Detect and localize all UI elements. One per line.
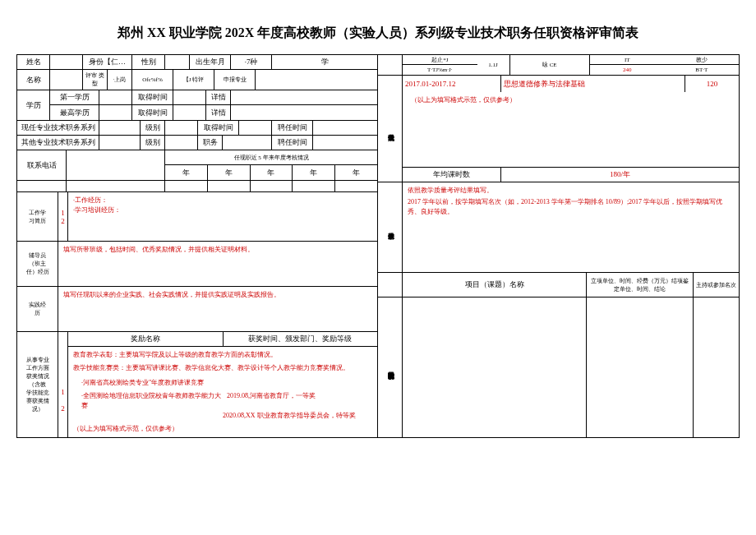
label-prof1-gettime: 取得时间 — [198, 121, 239, 135]
label-id: 身份【仁… — [83, 55, 132, 69]
value-first-degree — [99, 90, 132, 104]
label-first-degree: 第一学历 — [50, 90, 99, 104]
label-xueli-group: 学历 — [17, 90, 50, 120]
value-top-time — [173, 105, 206, 120]
value-pingshenleixing: ·上岗 — [108, 70, 132, 90]
section-practice: 实践经 历 填写任现职以来的企业实践、社会实践情况，并提供实践证明及实践报告。 — [17, 287, 377, 332]
proj-body-c2 — [587, 297, 694, 437]
quality-body: 依照教学质量考评结果填写。 2017 学年以前，按学期填写名次（如，2012-2… — [403, 182, 739, 272]
label-quality-side: 学果价况教效评情 — [378, 182, 403, 272]
hdr-c5b: BT·T — [665, 65, 740, 75]
row-basic-1: 姓名 身份【仁… 性别 出生年月 ·7种 学 — [17, 55, 377, 70]
label-tutor: 辅导员 （班主 任）经历 — [17, 242, 58, 286]
label-current-prof: 现任专业技术职务系列 — [17, 121, 99, 135]
award-num-1: 1 — [61, 388, 65, 396]
label-top-time: 取得时间 — [132, 105, 173, 120]
value-gender — [165, 55, 190, 69]
hdr-c3: 咏 CE — [510, 55, 591, 75]
value-first-time — [173, 90, 206, 104]
award-hdr-info: 获奖时间、颁发部门、奖励等级 — [224, 332, 378, 346]
label-5yr-eval: 任现职近 5 年来年度考核情况 — [165, 150, 377, 164]
teach1-hours: 120 — [685, 76, 739, 92]
proj-body-c1 — [403, 297, 587, 437]
label-prof2-hiretime: 聘任时间 — [272, 136, 313, 150]
row-eval-values — [17, 181, 377, 192]
eval-y5 — [335, 181, 377, 191]
label-awards: 从事专业 工作方面 获奖情况 （含教 学技能竞 赛获奖情 况） — [17, 332, 58, 437]
value-birth: ·7种 — [231, 55, 272, 69]
value-prof2-hiretime — [313, 136, 377, 150]
work-history-body: ·工作经历： ·学习培训经历： — [68, 192, 377, 241]
label-top-detail: 详情 — [206, 105, 231, 120]
label-shenbao: 申报专业 — [214, 70, 256, 90]
label-practice: 实践经 历 — [17, 287, 58, 331]
label-prof2-job: 职务 — [198, 136, 223, 150]
work-num-2: 2 — [61, 217, 65, 225]
tutor-body: 填写所带班级，包括时间、优秀奖励情况，并提供相关证明材料。 — [58, 242, 377, 286]
section-projects: 教班教程数目突育如职工三项获二己学课学项改及情 — [378, 297, 739, 437]
year-2: 年 — [208, 165, 251, 180]
value-prof1-gettime — [239, 121, 272, 135]
proj-body-c3 — [694, 297, 739, 437]
label-gender: 性别 — [132, 55, 165, 69]
label-avg-hours: 年均课时数 — [403, 168, 501, 182]
label-prof2-level: 级别 — [141, 136, 165, 150]
label-first-detail: 详情 — [206, 90, 231, 104]
value-first-detail — [231, 90, 377, 104]
label-jtp: 【J 特评 — [173, 70, 214, 90]
row-basic-2: 名称 评审 类型 ·上岗 Ofc%f% 【J 特评 申报专业 — [17, 70, 377, 90]
value-top-degree — [99, 105, 132, 120]
work-num-1: 1 — [61, 209, 65, 217]
label-ofc: Ofc%f% — [132, 70, 173, 90]
value-mingcheng — [50, 70, 83, 90]
value-prof1-hiretime — [313, 121, 377, 135]
right-side-spacer — [378, 55, 403, 75]
hdr-c4b: 240 — [590, 65, 665, 75]
value-avg-hours: 180/年 — [501, 168, 739, 182]
value-prof2-job — [223, 136, 272, 150]
label-projects-side: 教班教程数目突育如职工三项获二己学课学项改及情 — [378, 297, 403, 437]
hdr-c5: 教少 — [665, 55, 740, 65]
right-panel: 起止*J T·TJ%m·J· 1.1J 咏 CE IT 240 教少 BT·T … — [378, 55, 739, 437]
award-num-2: 2 — [61, 404, 65, 413]
value-top-detail — [231, 105, 377, 120]
row-prof2: 其他专业技术职务系列 级别 职务 聘任时间 — [17, 136, 377, 150]
year-1: 年 — [165, 165, 208, 180]
section-quality: 学果价况教效评情 依照教学质量考评结果填写。 2017 学年以前，按学期填写名次… — [378, 182, 739, 273]
value-shenbao — [256, 70, 377, 90]
hdr-c1b: T·TJ%m·J· — [403, 65, 477, 75]
value-name — [50, 55, 83, 69]
value-prof2-level — [165, 136, 198, 150]
hdr-c4: IT — [590, 55, 665, 65]
section-work-history: 工作学 习简历 1 2 ·工作经历： ·学习培训经历： — [17, 192, 377, 242]
form-table: 姓名 身份【仁… 性别 出生年月 ·7种 学 名称 评审 类型 ·上岗 Ofc%… — [16, 54, 740, 438]
section-teaching: 学务成况教任完情 2017.01-2017.12 思想道德修养与法律基础 120… — [378, 76, 739, 182]
label-xue: 学 — [272, 55, 377, 69]
section-awards: 从事专业 工作方面 获奖情况 （含教 学技能竞 赛获奖情 况） 1 2 奖励名称… — [17, 332, 377, 437]
row-prof1: 现任专业技术职务系列 级别 取得时间 聘任时间 — [17, 121, 377, 136]
label-birth: 出生年月 — [190, 55, 231, 69]
year-5: 年 — [335, 165, 377, 180]
row-edu: 学历 第一学历 取得时间 详情 最高学历 取得时间 详情 — [17, 90, 377, 121]
eval-y4 — [293, 181, 335, 191]
right-hdr: 起止*J T·TJ%m·J· 1.1J 咏 CE IT 240 教少 BT·T — [378, 55, 739, 76]
label-teaching-side: 学务成况教任完情 — [378, 76, 403, 182]
row-proj-hdr: 项目（课题）名称 立项单位、时间、经费（万元）结项鉴定单位、时间、结论 主持或参… — [378, 273, 739, 297]
year-3: 年 — [251, 165, 293, 180]
eval-y1 — [165, 181, 208, 191]
proj-h2: 立项单位、时间、经费（万元）结项鉴定单位、时间、结论 — [587, 273, 694, 297]
value-other-prof — [99, 136, 141, 150]
blank-under-phone — [17, 181, 67, 191]
proj-h3: 主持或参加名次 — [694, 273, 739, 297]
award-hdr-name: 奖励名称 — [68, 332, 224, 346]
value-prof1-level — [165, 121, 198, 135]
row-phone-eval: 联系电话 任现职近 5 年来年度考核情况 年 年 年 年 年 — [17, 150, 377, 181]
label-phone: 联系电话 — [17, 150, 67, 180]
label-name: 姓名 — [17, 55, 50, 69]
label-mingcheng: 名称 — [17, 70, 50, 90]
label-first-time: 取得时间 — [132, 90, 173, 104]
hdr-c2: 1.1J — [477, 55, 510, 75]
label-prof1-hiretime: 聘任时间 — [272, 121, 313, 135]
blank-under-phone2 — [67, 181, 165, 191]
label-pingshenleixing: 评审 类型 — [83, 70, 108, 90]
